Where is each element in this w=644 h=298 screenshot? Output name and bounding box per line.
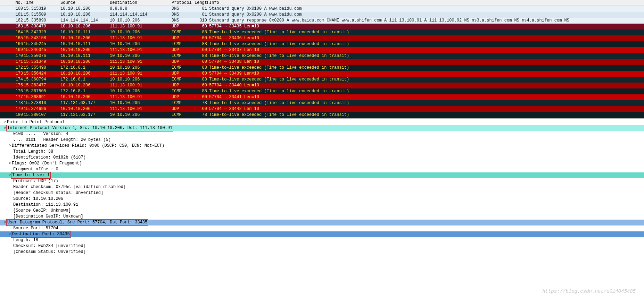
cell-length: 78 xyxy=(195,112,208,118)
packet-row[interactable]: 16215.335890114.114.114.11410.10.10.206D… xyxy=(0,18,644,24)
packet-details-pane[interactable]: >Point-to-Point Protocol vInternet Proto… xyxy=(0,118,644,262)
tree-ip-destination[interactable]: Destination: 111.13.100.91 xyxy=(0,202,644,208)
tree-ip-protocol[interactable]: Protocol: UDP (17) xyxy=(0,178,644,184)
cell-source: 172.16.8.1 xyxy=(60,65,110,71)
tree-ipv4[interactable]: vInternet Protocol Version 4, Src: 10.10… xyxy=(0,125,644,131)
cell-info: 57704 → 33438 Len=10 xyxy=(208,59,644,65)
tree-ip-destination-geo[interactable]: [Destination GeoIP: Unknown] xyxy=(0,214,644,220)
cell-info: 57704 → 33439 Len=10 xyxy=(208,71,644,77)
tree-udp[interactable]: vUser Datagram Protocol, Src Port: 57704… xyxy=(0,220,644,225)
cell-source: 10.10.10.206 xyxy=(60,106,110,112)
packet-row[interactable]: 17815.373810117.131.63.17710.10.10.206IC… xyxy=(0,100,644,106)
cell-source: 117.131.63.177 xyxy=(60,112,110,118)
cell-length: 60 xyxy=(195,83,208,88)
cell-protocol: DNS xyxy=(172,6,195,12)
expand-icon[interactable]: > xyxy=(8,161,12,167)
tree-ip-ihl[interactable]: .... 0101 = Header Length: 20 bytes (5) xyxy=(0,137,644,143)
tree-ip-total-length[interactable]: Total Length: 38 xyxy=(0,149,644,155)
cell-length: 60 xyxy=(195,106,208,112)
cell-length: 88 xyxy=(195,77,208,83)
packet-row[interactable]: 17715.36869110.10.10.206111.13.100.91UDP… xyxy=(0,94,644,100)
packet-row[interactable]: 16615.34524510.10.10.11110.10.10.206ICMP… xyxy=(0,41,644,47)
cell-destination: 10.10.10.206 xyxy=(110,65,172,71)
cell-protocol: UDP xyxy=(172,59,195,65)
packet-row[interactable]: 16015.31531910.10.10.2068.8.8.8DNS81Stan… xyxy=(0,6,644,12)
packet-row[interactable]: 16915.34634510.10.10.206111.13.100.91UDP… xyxy=(0,47,644,53)
tree-ip-fragment-offset[interactable]: Fragment offset: 0 xyxy=(0,167,644,172)
cell-destination: 10.10.10.206 xyxy=(110,53,172,59)
cell-protocol: ICMP xyxy=(172,88,195,94)
cell-info: Time-to-live exceeded (Time to live exce… xyxy=(208,29,644,35)
packet-row[interactable]: 16415.34232910.10.10.11110.10.10.206ICMP… xyxy=(0,29,644,35)
cell-info: 57704 → 33442 Len=10 xyxy=(208,106,644,112)
cell-time: 15.351349 xyxy=(24,59,60,65)
packet-row[interactable]: 17315.35642410.10.10.206111.13.100.91UDP… xyxy=(0,71,644,77)
cell-destination: 10.10.10.206 xyxy=(110,29,172,35)
tree-ip-flags[interactable]: >Flags: 0x02 (Don't Fragment) xyxy=(0,161,644,167)
cell-no: 165 xyxy=(0,35,24,41)
packet-row[interactable]: 17015.35007610.10.10.11110.10.10.206ICMP… xyxy=(0,53,644,59)
tree-udp-src-port[interactable]: Source Port: 57704 xyxy=(0,225,644,231)
cell-source: 10.10.10.206 xyxy=(60,83,110,88)
tree-ip-header-checksum-status[interactable]: [Header checksum status: Unverified] xyxy=(0,190,644,196)
packet-row[interactable]: 17215.355498172.16.8.110.10.10.206ICMP88… xyxy=(0,65,644,71)
packet-row[interactable]: 17915.37469610.10.10.206111.13.100.91UDP… xyxy=(0,106,644,112)
tree-udp-length[interactable]: Length: 18 xyxy=(0,237,644,243)
cell-info: 57704 → 33435 Len=10 xyxy=(208,24,644,29)
tree-ip-ttl[interactable]: >Time to live: 1 xyxy=(0,172,644,178)
expand-icon[interactable]: > xyxy=(8,143,12,149)
cell-info: Time-to-live exceeded (Time to live exce… xyxy=(208,100,644,106)
packet-row[interactable]: 18015.380107117.131.63.17710.10.10.206IC… xyxy=(0,112,644,118)
packet-row[interactable]: 17615.367505172.16.8.110.10.10.206ICMP88… xyxy=(0,88,644,94)
tree-ip-header-checksum[interactable]: Header checksum: 0x795c [validation disa… xyxy=(0,184,644,190)
cell-destination: 10.10.10.206 xyxy=(110,18,172,24)
cell-no: 163 xyxy=(0,24,24,29)
cell-info: Time-to-live exceeded (Time to live exce… xyxy=(208,88,644,94)
packet-row[interactable]: 17115.35134910.10.10.206111.13.100.91UDP… xyxy=(0,59,644,65)
tree-ip-dsf[interactable]: >Differentiated Services Field: 0x00 (DS… xyxy=(0,143,644,149)
cell-protocol: UDP xyxy=(172,106,195,112)
cell-no: 164 xyxy=(0,29,24,35)
cell-length: 88 xyxy=(195,53,208,59)
tree-udp-checksum-status[interactable]: [Checksum Status: Unverified] xyxy=(0,249,644,255)
cell-source: 10.10.10.111 xyxy=(60,29,110,35)
tree-ip-source-geo[interactable]: [Source GeoIP: Unknown] xyxy=(0,208,644,214)
col-destination[interactable]: Destination xyxy=(110,0,172,6)
cell-info: Time-to-live exceeded (Time to live exce… xyxy=(208,112,644,118)
cell-no: 162 xyxy=(0,18,24,24)
packet-row[interactable]: 17415.360794172.16.8.110.10.10.206ICMP88… xyxy=(0,77,644,83)
cell-destination: 111.13.100.91 xyxy=(110,59,172,65)
packet-row[interactable]: 16115.31550910.10.10.206114.114.114.114D… xyxy=(0,12,644,18)
cell-protocol: UDP xyxy=(172,94,195,100)
cell-info: 57704 → 33441 Len=10 xyxy=(208,94,644,100)
tree-udp-checksum[interactable]: Checksum: 0xb284 [unverified] xyxy=(0,243,644,249)
tree-ip-source[interactable]: Source: 10.10.10.206 xyxy=(0,196,644,202)
cell-no: 172 xyxy=(0,65,24,71)
cell-destination: 111.13.100.91 xyxy=(110,94,172,100)
col-no[interactable]: No. xyxy=(0,0,24,6)
packet-list-pane[interactable]: No. Time Source Destination Protocol Len… xyxy=(0,0,644,118)
col-protocol[interactable]: Protocol xyxy=(172,0,195,6)
cell-protocol: ICMP xyxy=(172,41,195,47)
cell-protocol: ICMP xyxy=(172,29,195,35)
packet-row[interactable]: 16515.34315810.10.10.206111.13.100.91UDP… xyxy=(0,35,644,41)
cell-time: 15.342329 xyxy=(24,29,60,35)
col-source[interactable]: Source xyxy=(60,0,110,6)
packet-row[interactable]: 16315.33847910.10.10.206111.13.100.91UDP… xyxy=(0,24,644,29)
col-info[interactable]: Info xyxy=(208,0,644,6)
tree-udp-dst-port[interactable]: >Destination Port: 33435 xyxy=(0,231,644,237)
tree-label-udp: User Datagram Protocol, Src Port: 57704,… xyxy=(6,219,148,226)
tree-ip-version[interactable]: 0100 .... = Version: 4 xyxy=(0,131,644,137)
cell-no: 174 xyxy=(0,77,24,83)
cell-source: 10.10.10.111 xyxy=(60,41,110,47)
cell-source: 10.10.10.111 xyxy=(60,53,110,59)
tree-ppp[interactable]: >Point-to-Point Protocol xyxy=(0,119,644,125)
cell-no: 180 xyxy=(0,112,24,118)
tree-ip-identification[interactable]: Identification: 0x182b (6187) xyxy=(0,155,644,161)
col-length[interactable]: Length xyxy=(195,0,208,6)
packet-row[interactable]: 17515.36347710.10.10.206111.13.100.91UDP… xyxy=(0,83,644,88)
col-time[interactable]: Time xyxy=(24,0,60,6)
cell-time: 15.368691 xyxy=(24,94,60,100)
expand-icon[interactable]: > xyxy=(3,119,7,125)
cell-source: 10.10.10.206 xyxy=(60,24,110,29)
